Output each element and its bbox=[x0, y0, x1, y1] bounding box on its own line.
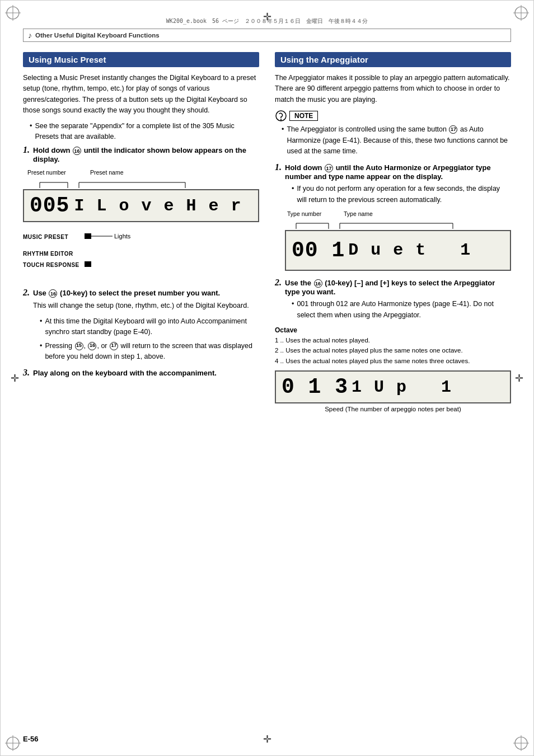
note-bullet: The Arpeggiator is controlled using the … bbox=[282, 124, 511, 157]
right-step-1-title-text: Hold down 17 until the Auto Harmonize or… bbox=[285, 163, 511, 181]
left-step-2-title: 2. Use 16 (10-key) to select the preset … bbox=[23, 288, 259, 298]
note-icon bbox=[275, 110, 287, 122]
button-ref-16d: 16 bbox=[314, 279, 322, 288]
step-3-title-text: Play along on the keyboard with the acco… bbox=[33, 369, 217, 377]
page-number: E-56 bbox=[23, 735, 38, 743]
label-preset-name: Preset name bbox=[90, 169, 124, 176]
right-step-1-num: 1. bbox=[275, 162, 283, 172]
label-preset-number: Preset number bbox=[27, 169, 66, 176]
arp-display-num: 00 1 bbox=[292, 234, 345, 266]
arpeggiator-display2: 0 1 3 1 U p 1 bbox=[275, 370, 511, 403]
button-ref-16c: 16 bbox=[88, 342, 96, 350]
left-section-title: Using Music Preset bbox=[23, 52, 259, 67]
right-section-title: Using the Arpeggiator bbox=[275, 52, 511, 67]
step-2-title-text: Use 16 (10-key) to select the preset num… bbox=[33, 289, 220, 298]
left-step-2: 2. Use 16 (10-key) to select the preset … bbox=[23, 288, 259, 362]
button-ref-16b: 16 bbox=[49, 289, 57, 298]
step-3-num: 3. bbox=[23, 368, 31, 378]
svg-text:MUSIC PRESET: MUSIC PRESET bbox=[23, 234, 68, 240]
octave-lines: 1 .. Uses the actual notes played. 2 .. … bbox=[275, 335, 511, 366]
label-type-name: Type name bbox=[344, 210, 373, 219]
step-1-num: 1. bbox=[23, 145, 31, 155]
arp-display-labels: Type number Type name bbox=[285, 210, 511, 221]
button-ref-15: 15 bbox=[75, 342, 83, 350]
display-preset-num: 005 bbox=[30, 194, 69, 218]
svg-text:RHYTHM EDITOR: RHYTHM EDITOR bbox=[23, 251, 73, 257]
bracket-lines bbox=[23, 181, 259, 189]
svg-rect-19 bbox=[85, 233, 91, 239]
step-2-body-text1: This will change the setup (tone, rhythm… bbox=[33, 300, 259, 311]
note-header: NOTE bbox=[275, 110, 511, 122]
right-step-2-bullet: 001 through 012 are Auto Harmonize types… bbox=[292, 299, 511, 321]
right-step-1: 1. Hold down 17 until the Auto Harmonize… bbox=[275, 162, 511, 271]
speed-label: Speed (The number of arpeggio notes per … bbox=[275, 406, 511, 412]
corner-br bbox=[513, 735, 529, 751]
left-step-1-title: 1. Hold down 16 until the indicator show… bbox=[23, 145, 259, 163]
step-2-bullet-2: Pressing 15, 16, or 17 will return to th… bbox=[40, 341, 259, 363]
right-step-2: 2. Use the 16 (10-key) [–] and [+] keys … bbox=[275, 278, 511, 321]
music-preset-display-area: Preset number Preset name bbox=[23, 169, 259, 222]
left-step-3-title: 3. Play along on the keyboard with the a… bbox=[23, 368, 259, 378]
svg-text:TOUCH RESPONSE: TOUCH RESPONSE bbox=[23, 262, 79, 268]
note-label: NOTE bbox=[289, 111, 318, 121]
step-1-title-text: Hold down 16 until the indicator shown b… bbox=[33, 146, 259, 163]
right-step-1-title: 1. Hold down 17 until the Auto Harmonize… bbox=[275, 162, 511, 181]
left-column: Using Music Preset Selecting a Music Pre… bbox=[23, 52, 259, 419]
corner-bl bbox=[5, 735, 21, 751]
arpeggiator-display2-area: 0 1 3 1 U p 1 Speed (The number of arpeg… bbox=[275, 370, 511, 412]
right-column: Using the Arpeggiator The Arpeggiator ma… bbox=[275, 52, 511, 419]
music-preset-display: 005 I L o v e H e r bbox=[23, 189, 259, 222]
cross-left-mark: ✛ bbox=[11, 372, 19, 384]
step-2-bullet-1: At this time the Digital Keyboard will g… bbox=[40, 316, 259, 338]
right-step-2-num: 2. bbox=[275, 278, 283, 288]
left-intro-text: Selecting a Music Preset instantly chang… bbox=[23, 73, 259, 116]
step-2-num: 2. bbox=[23, 288, 31, 298]
right-step-1-bullet: If you do not perform any operation for … bbox=[292, 184, 511, 205]
note-section: NOTE The Arpeggiator is controlled using… bbox=[275, 110, 511, 157]
corner-tr bbox=[513, 5, 529, 21]
octave-section: Octave 1 .. Uses the actual notes played… bbox=[275, 326, 511, 366]
arp-display2-num: 0 1 3 bbox=[282, 375, 348, 399]
arpeggiator-display-area: Type number Type name bbox=[285, 210, 511, 271]
arpeggiator-display: 00 1 D u e t 1 bbox=[285, 230, 511, 271]
right-step-2-title-text: Use the 16 (10-key) [–] and [+] keys to … bbox=[285, 279, 511, 296]
cross-bottom-mark: ✛ bbox=[263, 733, 271, 745]
right-intro-text: The Arpeggiator makes it possible to pla… bbox=[275, 73, 511, 105]
button-ref-17c: 17 bbox=[325, 164, 333, 172]
button-ref-16a: 16 bbox=[73, 147, 81, 155]
arp-display-name: D u e t 1 bbox=[348, 238, 471, 263]
header-title: Other Useful Digital Keyboard Functions bbox=[35, 32, 160, 39]
left-step-1: 1. Hold down 16 until the indicator show… bbox=[23, 145, 259, 282]
right-step-2-title: 2. Use the 16 (10-key) [–] and [+] keys … bbox=[275, 278, 511, 296]
octave-title: Octave bbox=[275, 326, 511, 334]
music-note-icon: ♪ bbox=[28, 31, 32, 40]
cross-right-mark: ✛ bbox=[515, 372, 523, 384]
label-type-number: Type number bbox=[287, 210, 321, 219]
page-outer: ✛ ✛ ✛ ✛ WK200_e.book 56 ページ ２００８年５月１６日 金… bbox=[0, 0, 534, 756]
left-step-3: 3. Play along on the keyboard with the a… bbox=[23, 368, 259, 378]
octave-line-1: 1 .. Uses the actual notes played. bbox=[275, 335, 511, 345]
right-step-1-body: If you do not perform any operation for … bbox=[285, 184, 511, 271]
svg-point-26 bbox=[280, 119, 282, 120]
arp-bracket-lines bbox=[285, 222, 511, 230]
cross-top-mark: ✛ bbox=[263, 11, 271, 23]
corner-tl bbox=[5, 5, 21, 21]
octave-line-2: 2 .. Uses the actual notes played plus t… bbox=[275, 345, 511, 355]
header-strip: ♪ Other Useful Digital Keyboard Function… bbox=[23, 29, 511, 42]
svg-text:Lights: Lights bbox=[114, 233, 131, 240]
button-ref-17a: 17 bbox=[110, 342, 118, 350]
display-preset-name: I L o v e H e r bbox=[74, 196, 242, 215]
two-column-layout: Using Music Preset Selecting a Music Pre… bbox=[23, 52, 511, 419]
right-step-2-body: 001 through 012 are Auto Harmonize types… bbox=[285, 299, 511, 321]
indicator-area: MUSIC PRESET Lights RHYTHM EDITOR TOUCH … bbox=[23, 229, 259, 282]
svg-rect-24 bbox=[85, 261, 91, 267]
left-bullet-1: See the separate "Appendix" for a comple… bbox=[30, 121, 259, 143]
octave-line-3: 4 .. Uses the actual notes played plus t… bbox=[275, 356, 511, 366]
button-ref-17b: 17 bbox=[449, 125, 457, 134]
left-step-2-body: This will change the setup (tone, rhythm… bbox=[33, 300, 259, 362]
display-labels-row: Preset number Preset name bbox=[23, 169, 259, 180]
arp-display2-name: 1 U p 1 bbox=[352, 378, 452, 397]
